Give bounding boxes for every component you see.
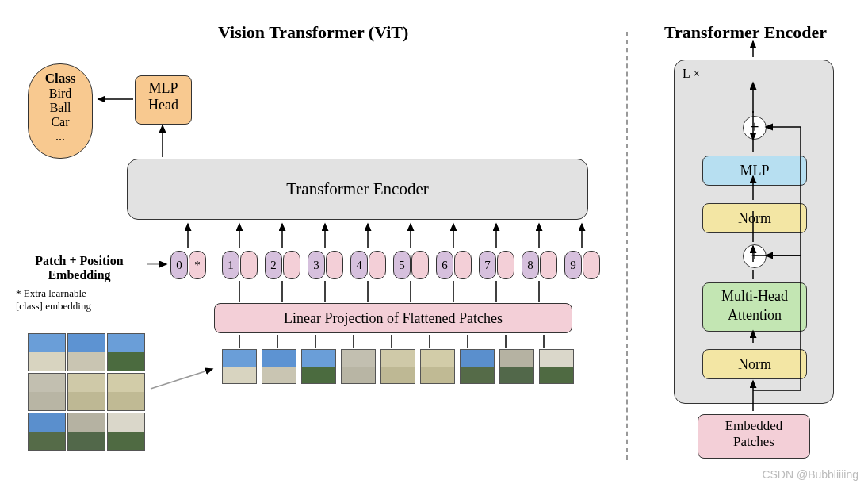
token-pair: 3	[308, 251, 343, 279]
class-item: Ball	[29, 101, 92, 115]
image-patch	[420, 349, 455, 384]
token-star: *	[189, 251, 206, 279]
token-num: 5	[393, 251, 411, 279]
residual-add-icon: +	[743, 116, 767, 140]
image-patch	[28, 333, 66, 371]
norm-block: Norm	[702, 203, 807, 233]
class-heading: Class	[29, 71, 92, 86]
token-pair: 5	[393, 251, 429, 279]
token-pair: 4	[350, 251, 386, 279]
image-patch	[28, 413, 66, 451]
encoder-detail-box: L × + MLP Norm + Multi-Head Attention No…	[674, 60, 834, 404]
embedded-patches-box: Embedded Patches	[698, 414, 810, 459]
token-emb	[497, 251, 514, 279]
image-patch	[499, 349, 534, 384]
token-emb	[411, 251, 429, 279]
token-emb	[369, 251, 386, 279]
token-emb	[283, 251, 300, 279]
linear-projection-box: Linear Projection of Flattened Patches	[214, 303, 572, 333]
mha-block: Multi-Head Attention	[702, 282, 807, 332]
token-emb	[454, 251, 472, 279]
image-patch	[67, 413, 105, 451]
token-pair: 0 *	[170, 251, 206, 279]
lx-label: L ×	[683, 67, 700, 81]
mha-l2: Attention	[703, 305, 806, 325]
token-num: 8	[522, 251, 539, 279]
token-num: 3	[308, 251, 325, 279]
left-title: Vision Transformer (ViT)	[218, 22, 408, 43]
mlp-head-l2: Head	[136, 97, 191, 113]
image-patch	[107, 333, 145, 371]
token-num: 2	[265, 251, 282, 279]
token-num: 6	[436, 251, 453, 279]
token-num: 9	[564, 251, 582, 279]
image-patch	[222, 349, 257, 384]
token-pair: 1	[222, 251, 258, 279]
token-pair: 9	[564, 251, 600, 279]
image-patch	[107, 373, 145, 411]
class-item: Car	[29, 115, 92, 129]
image-patch	[67, 333, 105, 371]
class-output-box: Class Bird Ball Car ...	[28, 63, 93, 159]
embedded-l2: Patches	[698, 434, 809, 450]
image-patch	[28, 373, 66, 411]
right-title: Transformer Encoder	[664, 22, 827, 43]
image-patch	[301, 349, 336, 384]
divider	[626, 32, 628, 460]
image-patch	[341, 349, 376, 384]
image-patch	[262, 349, 296, 384]
image-patch	[380, 349, 415, 384]
token-pair: 2	[265, 251, 300, 279]
image-patch	[67, 373, 105, 411]
class-item: ...	[29, 129, 92, 144]
image-patch	[107, 413, 145, 451]
mha-l1: Multi-Head	[703, 286, 806, 305]
image-patch	[460, 349, 495, 384]
token-emb	[583, 251, 600, 279]
pp-line1: Patch + Position	[35, 254, 123, 267]
patch-position-label: Patch + Position Embedding * Extra learn…	[16, 254, 143, 313]
image-patch	[539, 349, 574, 384]
svg-line-30	[151, 369, 212, 389]
mlp-block: MLP	[702, 156, 807, 186]
token-emb	[240, 251, 258, 279]
transformer-encoder-box: Transformer Encoder	[127, 159, 588, 220]
token-num: 1	[222, 251, 239, 279]
mlp-head-l1: MLP	[136, 80, 191, 97]
norm-block: Norm	[702, 349, 807, 379]
class-item: Bird	[29, 86, 92, 101]
token-pair: 8	[522, 251, 557, 279]
patch-grid	[28, 333, 143, 449]
flattened-patches-row	[222, 349, 574, 384]
mlp-head-box: MLP Head	[135, 75, 192, 125]
token-pair: 6	[436, 251, 472, 279]
token-pair: 7	[479, 251, 514, 279]
pp-line2: Embedding	[48, 268, 110, 282]
token-num: 0	[170, 251, 188, 279]
token-emb	[326, 251, 343, 279]
residual-add-icon: +	[743, 244, 767, 268]
token-emb	[540, 251, 557, 279]
token-num: 7	[479, 251, 496, 279]
embedded-l1: Embedded	[698, 418, 809, 434]
token-num: 4	[350, 251, 368, 279]
watermark: CSDN @Bubbliiiing	[762, 468, 858, 481]
extra-note: * Extra learnable [class] embedding	[16, 287, 143, 313]
